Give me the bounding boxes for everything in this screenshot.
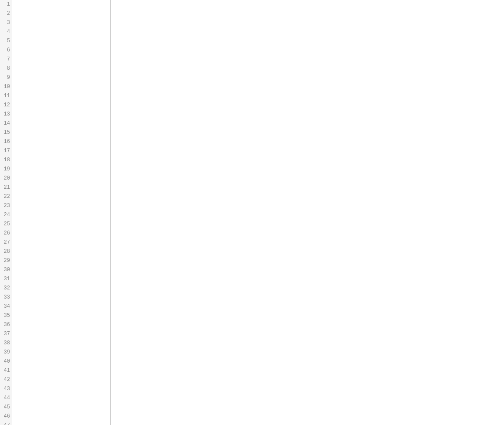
line-numbers: 1234567891011121314151617181920212223242… xyxy=(0,0,12,425)
code-view: 1234567891011121314151617181920212223242… xyxy=(0,0,504,425)
code-area[interactable] xyxy=(12,0,504,425)
separator xyxy=(110,0,111,425)
